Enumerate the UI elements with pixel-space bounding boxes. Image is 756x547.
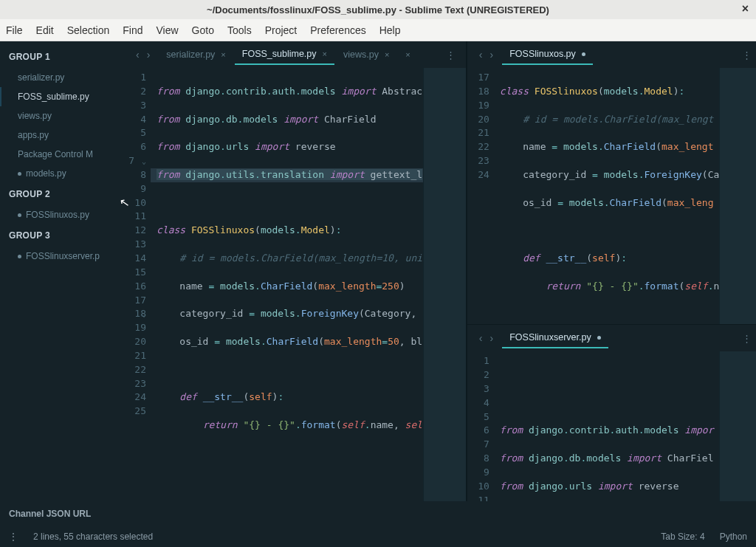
tab-extra[interactable]: ×	[398, 46, 417, 63]
editor-right-bottom[interactable]: 1234 5678 9101112 13141516 1718 from dja…	[467, 351, 756, 501]
sidebar-item-foss-sublime[interactable]: FOSS_sublime.py	[0, 87, 124, 106]
status-bar: ⋮ 2 lines, 55 characters selected Tab Si…	[0, 526, 756, 547]
menu-edit[interactable]: Edit	[36, 24, 54, 36]
tab-close-icon[interactable]: ×	[405, 50, 410, 59]
panel-label: Channel JSON URL	[9, 509, 91, 519]
menu-tools[interactable]: Tools	[227, 24, 252, 36]
tab-menu-icon[interactable]: ⋮	[440, 49, 461, 61]
sidebar-group-2: GROUP 2	[0, 183, 124, 205]
sidebar: GROUP 1 serializer.py FOSS_sublime.py vi…	[0, 41, 124, 501]
sidebar-item-serializer[interactable]: serializer.py	[0, 68, 124, 87]
gutter-right-top: 17181920 21222324	[467, 68, 494, 324]
status-tab-size[interactable]: Tab Size: 4	[661, 531, 704, 542]
tab-nav-left-icon[interactable]: ‹	[479, 49, 483, 61]
tab-nav-right-icon[interactable]: ›	[147, 49, 151, 61]
menu-preferences[interactable]: Preferences	[310, 24, 365, 36]
sidebar-item-models[interactable]: models.py	[0, 164, 124, 183]
window-title: ~/Documents/fosslinux/FOSS_sublime.py - …	[207, 4, 549, 16]
dirty-dot-icon	[582, 52, 585, 56]
menu-file[interactable]: File	[6, 24, 23, 36]
editor-right-top[interactable]: 17181920 21222324 class FOSSlinuxos(mode…	[467, 68, 756, 324]
tab-nav-left-icon[interactable]: ‹	[479, 332, 483, 344]
editor-left[interactable]: 1234 567 ⌄8 9101112 13141516 17 ⌄181920 …	[124, 68, 466, 501]
tab-foss-sublime[interactable]: FOSS_sublime.py×	[235, 44, 334, 65]
status-menu-icon[interactable]: ⋮	[9, 531, 18, 542]
workspace: GROUP 1 serializer.py FOSS_sublime.py vi…	[0, 41, 756, 501]
pane-right-bottom: ‹ › FOSSlinuxserver.py ⋮ 1234 5678 91011…	[467, 325, 756, 501]
menu-find[interactable]: Find	[123, 24, 142, 36]
tab-bar-left: ‹ › serializer.py× FOSS_sublime.py× view…	[124, 41, 466, 68]
dirty-dot-icon	[18, 213, 21, 217]
sidebar-group-3: GROUP 3	[0, 224, 124, 247]
tab-bar-right-top: ‹ › FOSSlinuxos.py ⋮	[467, 41, 756, 68]
tab-nav-left-icon[interactable]: ‹	[136, 49, 140, 61]
menu-help[interactable]: Help	[379, 24, 401, 36]
tab-nav-right-icon[interactable]: ›	[490, 332, 494, 344]
sidebar-item-package-control[interactable]: Package Control M	[0, 145, 124, 164]
sidebar-item-fosslinuxserver[interactable]: FOSSlinuxserver.p	[0, 247, 124, 266]
editor-panes: ‹ › serializer.py× FOSS_sublime.py× view…	[124, 41, 756, 501]
tab-nav-right-icon[interactable]: ›	[490, 49, 494, 61]
tab-close-icon[interactable]: ×	[385, 50, 389, 59]
status-syntax[interactable]: Python	[720, 531, 747, 542]
tab-close-icon[interactable]: ×	[221, 50, 225, 59]
sidebar-group-1: GROUP 1	[0, 46, 124, 68]
tab-bar-right-bottom: ‹ › FOSSlinuxserver.py ⋮	[467, 325, 756, 351]
pane-left: ‹ › serializer.py× FOSS_sublime.py× view…	[124, 41, 466, 501]
sidebar-item-fosslinuxos[interactable]: FOSSlinuxos.py	[0, 205, 124, 224]
menu-bar: File Edit Selection Find View Goto Tools…	[0, 19, 756, 41]
tab-views[interactable]: views.py×	[336, 45, 396, 64]
status-selection: 2 lines, 55 characters selected	[33, 531, 153, 542]
tab-fosslinuxserver[interactable]: FOSSlinuxserver.py	[502, 328, 608, 348]
dirty-dot-icon	[597, 336, 601, 340]
menu-view[interactable]: View	[157, 24, 179, 36]
close-icon[interactable]: ×	[742, 2, 749, 16]
minimap-right-bottom[interactable]	[719, 351, 756, 501]
code-right-top[interactable]: class FOSSlinuxos(models.Model): # id = …	[494, 68, 719, 324]
tab-serializer[interactable]: serializer.py×	[159, 45, 233, 64]
minimap-right-top[interactable]	[719, 68, 756, 324]
tab-close-icon[interactable]: ×	[323, 49, 327, 58]
gutter-right-bottom: 1234 5678 9101112 13141516 1718	[467, 351, 494, 501]
minimap-left[interactable]	[423, 68, 466, 501]
code-right-bottom[interactable]: from django.contrib.auth.models impor fr…	[494, 351, 719, 501]
sidebar-item-apps[interactable]: apps.py	[0, 125, 124, 145]
bottom-panel: Channel JSON URL	[0, 501, 756, 526]
dirty-dot-icon	[18, 172, 21, 176]
sidebar-item-views[interactable]: views.py	[0, 106, 124, 125]
title-bar: ~/Documents/fosslinux/FOSS_sublime.py - …	[0, 0, 756, 19]
tab-menu-icon[interactable]: ⋮	[736, 333, 756, 344]
tab-fosslinuxos[interactable]: FOSSlinuxos.py	[502, 44, 593, 65]
pane-right-top: ‹ › FOSSlinuxos.py ⋮ 17181920 21222324 c…	[467, 41, 756, 325]
menu-goto[interactable]: Goto	[192, 24, 214, 36]
tab-menu-icon[interactable]: ⋮	[736, 49, 756, 61]
gutter-left: 1234 567 ⌄8 9101112 13141516 17 ⌄181920 …	[124, 68, 151, 501]
code-left[interactable]: from django.contrib.auth.models import A…	[151, 68, 423, 501]
menu-selection[interactable]: Selection	[67, 24, 110, 36]
menu-project[interactable]: Project	[265, 24, 298, 36]
dirty-dot-icon	[18, 255, 21, 258]
pane-right-column: ‹ › FOSSlinuxos.py ⋮ 17181920 21222324 c…	[466, 41, 756, 501]
